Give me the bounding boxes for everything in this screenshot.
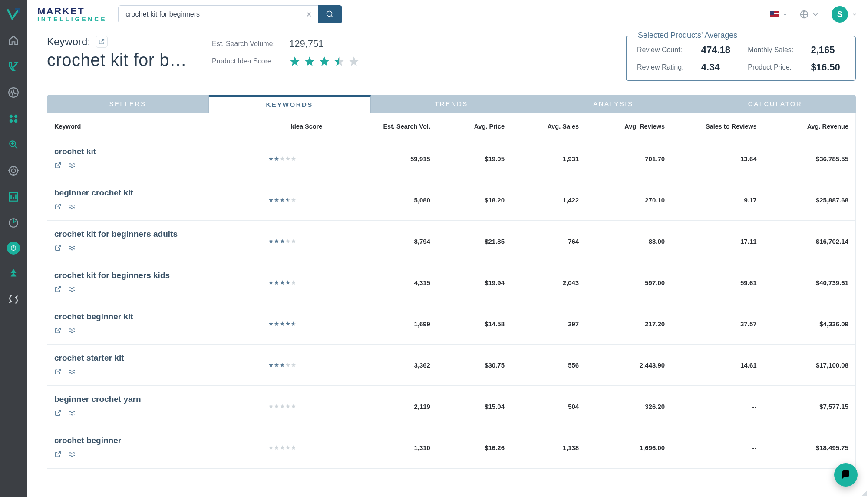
nav-target-icon[interactable] <box>6 163 21 178</box>
cell-reviews: 326.20 <box>583 403 665 410</box>
idea-score-label: Product Idea Score: <box>212 57 281 65</box>
svg-rect-3 <box>14 114 18 118</box>
cell-price: $14.58 <box>435 320 505 328</box>
nav-home-icon[interactable] <box>6 33 21 48</box>
cell-price: $30.75 <box>435 361 505 369</box>
table-header: KeywordIdea ScoreEst. Search Vol.Avg. Pr… <box>47 113 855 138</box>
nav-radar-icon[interactable] <box>6 215 21 230</box>
region-select[interactable] <box>799 10 820 19</box>
tab-sellers[interactable]: SELLERS <box>47 95 209 113</box>
keyword-text: crochet kit <box>54 147 264 156</box>
avg-review-count-label: Review Count: <box>637 46 688 54</box>
nav-bar-chart-icon[interactable] <box>6 189 21 204</box>
col-idea-score[interactable]: Idea Score <box>268 123 344 130</box>
tab-trends[interactable]: TRENDS <box>371 95 533 113</box>
nav-keyword-icon[interactable] <box>6 59 21 74</box>
search-input[interactable] <box>125 10 306 19</box>
cell-revenue: $18,495.75 <box>761 444 848 451</box>
table-row: crochet kit 59,915 $19.05 1,931 701.70 1… <box>47 138 855 179</box>
nav-grid-icon[interactable] <box>6 111 21 126</box>
keywords-table: KeywordIdea ScoreEst. Search Vol.Avg. Pr… <box>47 113 856 469</box>
tab-analysis[interactable]: ANALYSIS <box>532 95 694 113</box>
avg-product-price-label: Product Price: <box>748 63 798 71</box>
avg-product-price-value: $16.50 <box>811 62 845 73</box>
cell-reviews: 217.20 <box>583 320 665 328</box>
cell-reviews: 597.00 <box>583 279 665 286</box>
cell-sales-to-reviews: 37.57 <box>669 320 756 328</box>
trend-icon[interactable] <box>69 203 76 212</box>
search-button[interactable] <box>318 5 342 23</box>
open-external-icon[interactable] <box>54 368 62 377</box>
tab-keywords[interactable]: KEYWORDS <box>209 95 371 113</box>
chat-icon <box>841 470 851 480</box>
summary-header: Keyword: crochet kit for begin… Est. Sea… <box>27 28 868 85</box>
keyword-text: crochet beginner <box>54 436 264 445</box>
chat-fab-button[interactable] <box>834 463 858 487</box>
col-avg-revenue[interactable]: Avg. Revenue <box>761 123 848 130</box>
chevron-down-icon <box>782 11 788 17</box>
svg-rect-5 <box>14 119 18 123</box>
cell-volume: 2,119 <box>349 403 430 410</box>
trend-icon[interactable] <box>69 327 76 335</box>
cell-sales: 2,043 <box>509 279 579 286</box>
cell-price: $21.85 <box>435 238 505 245</box>
cell-sales-to-reviews: 17.11 <box>669 238 756 245</box>
trend-icon[interactable] <box>69 162 76 170</box>
nav-pulse-icon[interactable] <box>6 85 21 100</box>
cell-volume: 8,794 <box>349 238 430 245</box>
search-input-container[interactable]: ✕ <box>118 5 318 23</box>
idea-score-stars <box>268 197 344 202</box>
tab-calculator[interactable]: CALCULATOR <box>694 95 856 113</box>
avatar-initial: S <box>837 10 842 19</box>
svg-point-8 <box>12 169 16 173</box>
idea-score-stars <box>289 56 360 67</box>
marketplace-flag-select[interactable] <box>770 11 788 17</box>
open-external-icon[interactable] <box>54 327 62 335</box>
keyword-text: beginner crochet kit <box>54 188 264 198</box>
nav-zoom-icon[interactable] <box>6 137 21 152</box>
trend-icon[interactable] <box>69 451 76 459</box>
est-search-label: Est. Search Volume: <box>212 40 281 48</box>
trend-icon[interactable] <box>69 409 76 418</box>
keyword-text: beginner crochet yarn <box>54 394 264 404</box>
nav-gauge-icon[interactable] <box>7 242 20 255</box>
resize-handle-icon <box>861 490 867 496</box>
trend-icon[interactable] <box>69 244 76 253</box>
col-avg-sales[interactable]: Avg. Sales <box>509 123 579 130</box>
us-flag-icon <box>770 11 779 17</box>
col-est-search-vol-[interactable]: Est. Search Vol. <box>349 123 430 130</box>
open-external-icon[interactable] <box>54 203 62 212</box>
col-keyword[interactable]: Keyword <box>54 123 264 130</box>
open-external-icon[interactable] <box>54 285 62 294</box>
search-icon <box>326 10 334 18</box>
col-sales-to-reviews[interactable]: Sales to Reviews <box>669 123 756 130</box>
cell-sales-to-reviews: -- <box>669 403 756 410</box>
cell-revenue: $25,887.68 <box>761 196 848 204</box>
col-avg-reviews[interactable]: Avg. Reviews <box>583 123 665 130</box>
idea-score-stars <box>268 321 344 326</box>
avg-monthly-sales-value: 2,165 <box>811 44 845 56</box>
open-external-icon[interactable] <box>54 451 62 459</box>
idea-score-stars <box>268 362 344 368</box>
cell-sales: 1,422 <box>509 196 579 204</box>
open-external-icon[interactable] <box>54 162 62 170</box>
user-menu[interactable]: S <box>832 6 858 23</box>
col-avg-price[interactable]: Avg. Price <box>435 123 505 130</box>
svg-rect-2 <box>9 114 13 118</box>
idea-score-stars <box>268 404 344 409</box>
cell-sales: 297 <box>509 320 579 328</box>
clear-search-icon[interactable]: ✕ <box>306 10 312 19</box>
svg-rect-4 <box>9 119 13 123</box>
open-keyword-external-button[interactable] <box>96 36 108 48</box>
nav-tree-icon[interactable] <box>6 266 21 281</box>
open-external-icon[interactable] <box>54 244 62 253</box>
open-external-icon[interactable] <box>54 409 62 418</box>
cell-reviews: 1,696.00 <box>583 444 665 451</box>
avg-review-rating-value: 4.34 <box>701 62 735 73</box>
nav-swap-icon[interactable] <box>6 292 21 307</box>
trend-icon[interactable] <box>69 368 76 377</box>
cell-sales: 504 <box>509 403 579 410</box>
trend-icon[interactable] <box>69 285 76 294</box>
app-logo-icon <box>6 7 21 22</box>
cell-volume: 59,915 <box>349 155 430 162</box>
